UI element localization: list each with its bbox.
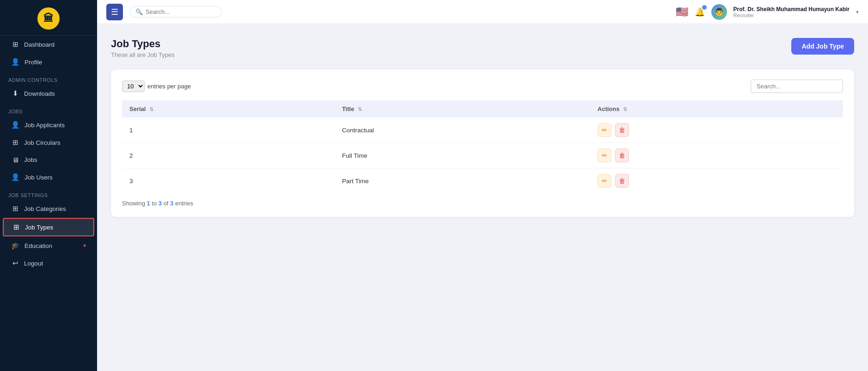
edit-button[interactable]: ✏: [598, 174, 611, 188]
avatar: 👨: [711, 4, 727, 20]
delete-button[interactable]: 🗑: [615, 123, 629, 137]
page-header-left: Job Types These all are Job Types: [111, 38, 175, 58]
sidebar-item-job-categories[interactable]: ⊞ Job Categories: [3, 200, 94, 217]
action-buttons: ✏ 🗑: [598, 123, 836, 137]
dashboard-icon: ⊞: [11, 40, 19, 49]
sidebar-item-label: Profile: [24, 59, 42, 66]
sidebar-item-jobs[interactable]: 🖥 Jobs: [3, 152, 94, 168]
topbar-search-input[interactable]: [146, 8, 210, 15]
grid-icon: ⊞: [11, 138, 19, 147]
page-subtitle: These all are Job Types: [111, 51, 175, 58]
cell-actions: ✏ 🗑: [590, 143, 843, 168]
table-search: [751, 80, 843, 93]
notification-badge: [702, 5, 707, 10]
cell-actions: ✏ 🗑: [590, 168, 843, 194]
table-footer: Showing 1 to 3 of 3 entries: [122, 200, 843, 207]
cell-title: Part Time: [335, 168, 590, 194]
logout-icon: ↩: [11, 259, 19, 267]
sidebar-item-job-circulars[interactable]: ⊞ Job Circulars: [3, 134, 94, 151]
page-header: Job Types These all are Job Types Add Jo…: [111, 38, 854, 58]
sidebar-item-label: Job Categories: [24, 205, 66, 212]
col-title: Title ⇅: [335, 100, 590, 117]
person-icon: 👤: [11, 121, 20, 129]
sidebar: 🏛 ⊞ Dashboard 👤 Profile Admin Controls ⬇…: [0, 0, 97, 371]
download-icon: ⬇: [11, 89, 19, 98]
action-buttons: ✏ 🗑: [598, 148, 836, 162]
section-label-admin-controls: Admin Controls: [0, 71, 97, 85]
table-row: 3 Part Time ✏ 🗑: [122, 168, 843, 194]
logo-emblem: 🏛: [37, 7, 60, 30]
footer-total: 3: [170, 200, 173, 207]
job-types-table: Serial ⇅ Title ⇅ Actions ⇅: [122, 100, 843, 193]
categories-icon: ⊞: [11, 204, 19, 213]
entries-per-page: 10 25 50 entries per page: [122, 80, 191, 92]
sidebar-item-label: Job Applicants: [24, 122, 65, 129]
sidebar-item-job-types[interactable]: ⊞ Job Types: [3, 218, 94, 236]
col-serial: Serial ⇅: [122, 100, 335, 117]
entries-select[interactable]: 10 25 50: [122, 80, 145, 92]
table-body: 1 Contractual ✏ 🗑 2 Full Time: [122, 117, 843, 193]
sidebar-item-profile[interactable]: 👤 Profile: [3, 54, 94, 70]
topbar-right: 🇺🇸 🔔 👨 Prof. Dr. Sheikh Muhammad Humayun…: [676, 4, 859, 20]
col-actions: Actions ⇅: [590, 100, 843, 117]
sidebar-item-education[interactable]: 🎓 Education ▾: [3, 237, 94, 254]
search-icon: 🔍: [135, 8, 143, 15]
sidebar-item-label: Downloads: [24, 90, 55, 97]
education-icon: 🎓: [11, 241, 20, 250]
cell-title: Full Time: [335, 143, 590, 168]
topbar-search-box: 🔍: [129, 6, 222, 18]
cell-actions: ✏ 🗑: [590, 117, 843, 143]
sidebar-item-label: Education: [24, 242, 52, 249]
delete-button[interactable]: 🗑: [615, 148, 629, 162]
users-icon: 👤: [11, 173, 20, 181]
sidebar-item-job-applicants[interactable]: 👤 Job Applicants: [3, 117, 94, 133]
sort-icon: ⇅: [358, 106, 362, 112]
sidebar-item-label: Logout: [24, 260, 43, 267]
table-header: Serial ⇅ Title ⇅ Actions ⇅: [122, 100, 843, 117]
table-card: 10 25 50 entries per page Serial ⇅: [111, 69, 854, 217]
sidebar-logo: 🏛: [0, 0, 97, 36]
edit-button[interactable]: ✏: [598, 148, 611, 162]
cell-serial: 2: [122, 143, 335, 168]
sidebar-item-job-users[interactable]: 👤 Job Users: [3, 169, 94, 186]
cell-serial: 1: [122, 117, 335, 143]
cell-serial: 3: [122, 168, 335, 194]
flag-icon: 🇺🇸: [676, 6, 688, 18]
footer-from: 1: [147, 200, 150, 207]
main-wrapper: ☰ 🔍 🇺🇸 🔔 👨 Prof. Dr. Sheikh Muhammad Hum…: [97, 0, 868, 371]
topbar: ☰ 🔍 🇺🇸 🔔 👨 Prof. Dr. Sheikh Muhammad Hum…: [97, 0, 868, 24]
user-info: Prof. Dr. Sheikh Muhammad Humayun Kabir …: [734, 6, 850, 18]
menu-button[interactable]: ☰: [106, 4, 123, 20]
table-row: 2 Full Time ✏ 🗑: [122, 143, 843, 168]
table-controls: 10 25 50 entries per page: [122, 80, 843, 93]
table-search-input[interactable]: [751, 80, 843, 93]
table-row: 1 Contractual ✏ 🗑: [122, 117, 843, 143]
cell-title: Contractual: [335, 117, 590, 143]
sidebar-item-label: Job Types: [25, 224, 53, 231]
sort-icon: ⇅: [149, 106, 153, 112]
delete-button[interactable]: 🗑: [615, 174, 629, 188]
content-area: Job Types These all are Job Types Add Jo…: [97, 24, 868, 371]
section-label-jobs: Jobs: [0, 102, 97, 116]
job-types-icon: ⊞: [12, 223, 20, 231]
action-buttons: ✏ 🗑: [598, 174, 836, 188]
sidebar-item-dashboard[interactable]: ⊞ Dashboard: [3, 36, 94, 53]
sidebar-item-label: Jobs: [24, 156, 37, 163]
profile-icon: 👤: [11, 58, 20, 66]
user-name: Prof. Dr. Sheikh Muhammad Humayun Kabir: [734, 6, 850, 12]
sidebar-item-label: Job Users: [24, 174, 53, 181]
footer-to: 3: [159, 200, 162, 207]
section-label-job-settings: Job Settings: [0, 186, 97, 200]
edit-button[interactable]: ✏: [598, 123, 611, 137]
add-job-type-button[interactable]: Add Job Type: [791, 38, 854, 55]
page-title: Job Types: [111, 38, 175, 50]
entries-label: entries per page: [147, 83, 191, 90]
sort-icon: ⇅: [623, 106, 627, 112]
notifications-wrapper: 🔔: [695, 7, 705, 17]
sidebar-item-logout[interactable]: ↩ Logout: [3, 255, 94, 272]
user-dropdown-icon[interactable]: ▾: [856, 9, 859, 15]
sidebar-item-label: Dashboard: [24, 41, 55, 48]
user-role: Recruiter: [734, 12, 850, 18]
chevron-down-icon: ▾: [83, 242, 86, 249]
sidebar-item-downloads[interactable]: ⬇ Downloads: [3, 85, 94, 102]
